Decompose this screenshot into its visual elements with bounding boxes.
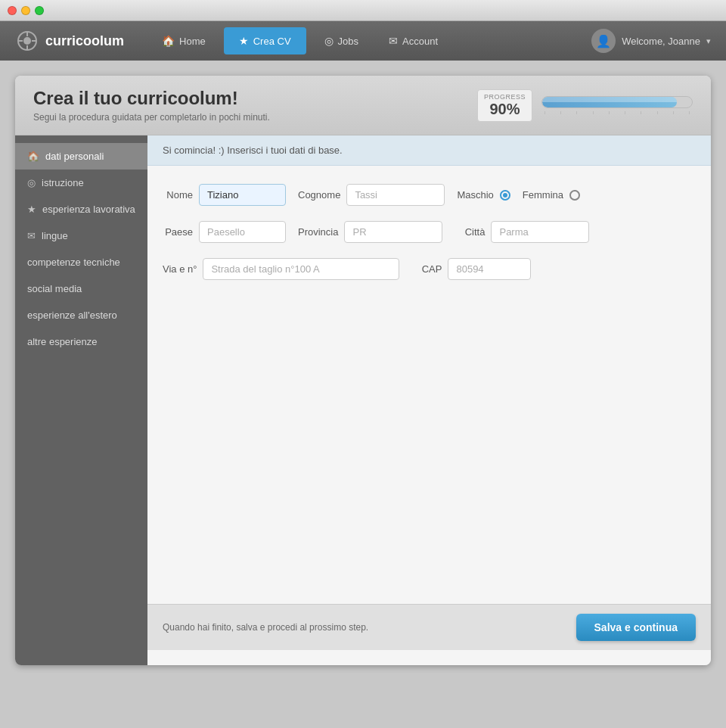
form-intro: Si comincia! :) Inserisci i tuoi dati di… <box>147 135 711 166</box>
star-icon: ★ <box>239 35 249 47</box>
sidebar-esperienza-label: esperienza lavorativa <box>42 204 135 215</box>
brand-icon <box>15 29 39 53</box>
form-group-nome: Nome <box>163 184 286 206</box>
main-wrapper: Crea il tuo curricoolum! Segui la proced… <box>0 61 726 728</box>
sidebar-altre-label: altre esperienze <box>27 336 98 347</box>
sidebar-competenze-label: competenze tecniche <box>27 257 120 268</box>
nav-jobs[interactable]: ◎ Jobs <box>309 21 374 61</box>
sidebar: 🏠 dati personali ◎ istruzione ★ esperien… <box>15 135 147 665</box>
progress-ticks <box>541 110 693 114</box>
sidebar-social-label: social media <box>27 283 82 294</box>
form-area: Si comincia! :) Inserisci i tuoi dati di… <box>147 135 711 665</box>
nav-home[interactable]: 🏠 Home <box>147 21 221 61</box>
istruzione-icon: ◎ <box>27 177 36 188</box>
paese-label: Paese <box>163 226 193 238</box>
via-label: Via e n° <box>163 263 197 275</box>
save-continue-button[interactable]: Salva e continua <box>576 614 696 641</box>
sidebar-item-competenze-tecniche[interactable]: competenze tecniche <box>15 249 147 275</box>
form-footer: Quando hai finito, salva e procedi al pr… <box>147 604 711 650</box>
sidebar-item-esperienze-estero[interactable]: esperienze all'estero <box>15 302 147 328</box>
nome-input[interactable] <box>199 184 286 206</box>
form-group-paese: Paese <box>163 221 286 243</box>
progress-box: PROGRESS 90% <box>477 89 693 122</box>
dropdown-arrow-icon[interactable]: ▾ <box>706 36 711 46</box>
sidebar-item-istruzione[interactable]: ◎ istruzione <box>15 170 147 196</box>
card-title-area: Crea il tuo curricoolum! Segui la proced… <box>33 88 270 123</box>
esperienza-icon: ★ <box>27 204 36 215</box>
nav-home-label: Home <box>179 36 206 47</box>
nav-jobs-label: Jobs <box>338 36 358 47</box>
titlebar <box>0 0 726 21</box>
progress-bar <box>541 96 693 108</box>
form-row-3: Via e n° CAP <box>163 258 696 280</box>
home-sidebar-icon: 🏠 <box>27 151 39 162</box>
femmina-label: Femmina <box>523 189 563 201</box>
form-group-gender: Maschio Femmina <box>457 189 580 201</box>
citta-label: Città <box>455 226 485 238</box>
sidebar-lingue-label: lingue <box>42 230 68 241</box>
welcome-text: Welcome, Joanne <box>622 36 700 47</box>
form-group-via: Via e n° <box>163 258 399 280</box>
brand[interactable]: curricoolum <box>15 29 124 53</box>
brand-name: curricoolum <box>45 33 124 49</box>
sidebar-dati-personali-label: dati personali <box>45 151 104 162</box>
close-button[interactable] <box>8 6 17 15</box>
citta-input[interactable] <box>491 221 589 243</box>
provincia-input[interactable] <box>344 221 442 243</box>
cognome-input[interactable] <box>346 184 445 206</box>
sidebar-estero-label: esperienze all'estero <box>27 310 117 321</box>
sidebar-item-lingue[interactable]: ✉ lingue <box>15 222 147 249</box>
form-row-1: Nome Cognome Maschio <box>163 184 696 206</box>
home-icon: 🏠 <box>162 35 175 47</box>
femmina-radio[interactable] <box>569 190 580 201</box>
form-group-citta: Città <box>455 221 589 243</box>
maschio-radio[interactable] <box>500 190 510 201</box>
nav-crea-cv[interactable]: ★ Crea CV <box>224 27 306 54</box>
lingue-icon: ✉ <box>27 230 36 241</box>
provincia-label: Provincia <box>298 226 338 238</box>
minimize-button[interactable] <box>21 6 30 15</box>
form-content-wrapper: Si comincia! :) Inserisci i tuoi dati di… <box>147 135 711 650</box>
cap-input[interactable] <box>448 258 531 280</box>
nav-crea-cv-label: Crea CV <box>253 36 291 47</box>
card-title: Crea il tuo curricoolum! <box>33 88 270 109</box>
card-header: Crea il tuo curricoolum! Segui la proced… <box>15 76 711 135</box>
sidebar-item-altre-esperienze[interactable]: altre esperienze <box>15 328 147 355</box>
main-card: Crea il tuo curricoolum! Segui la proced… <box>15 76 711 665</box>
maschio-label: Maschio <box>457 189 493 201</box>
sidebar-item-dati-personali[interactable]: 🏠 dati personali <box>15 143 147 170</box>
nav-account-label: Account <box>402 36 438 47</box>
nav-right: 👤 Welcome, Joanne ▾ <box>591 29 711 53</box>
form-group-cognome: Cognome <box>298 184 445 206</box>
mail-icon: ✉ <box>389 35 398 47</box>
cognome-label: Cognome <box>298 189 340 201</box>
progress-label: PROGRESS <box>484 93 526 101</box>
form-top: Si comincia! :) Inserisci i tuoi dati di… <box>147 135 711 313</box>
progress-percent: 90% <box>484 101 526 118</box>
jobs-icon: ◎ <box>324 35 334 47</box>
svg-point-1 <box>23 37 31 45</box>
titlebar-buttons <box>8 6 44 15</box>
progress-label-box: PROGRESS 90% <box>477 89 532 122</box>
via-input[interactable] <box>203 258 399 280</box>
sidebar-istruzione-label: istruzione <box>42 177 84 188</box>
nav-account[interactable]: ✉ Account <box>374 21 453 61</box>
cap-label: CAP <box>411 263 442 275</box>
nav-links: 🏠 Home ★ Crea CV ◎ Jobs ✉ Account <box>147 21 591 61</box>
avatar: 👤 <box>591 29 616 53</box>
form-group-provincia: Provincia <box>298 221 442 243</box>
form-group-cap: CAP <box>411 258 531 280</box>
sidebar-item-esperienza-lavorativa[interactable]: ★ esperienza lavorativa <box>15 196 147 222</box>
form-body: Nome Cognome Maschio <box>147 166 711 313</box>
footer-text: Quando hai finito, salva e procedi al pr… <box>163 622 368 633</box>
maximize-button[interactable] <box>35 6 44 15</box>
progress-bar-fill <box>542 97 677 107</box>
navbar: curricoolum 🏠 Home ★ Crea CV ◎ Jobs ✉ Ac… <box>0 21 726 61</box>
form-row-2: Paese Provincia Città <box>163 221 696 243</box>
card-subtitle: Segui la procedura guidata per completar… <box>33 112 270 123</box>
sidebar-item-social-media[interactable]: social media <box>15 275 147 302</box>
nome-label: Nome <box>163 189 193 201</box>
content-area: 🏠 dati personali ◎ istruzione ★ esperien… <box>15 135 711 665</box>
paese-input[interactable] <box>199 221 286 243</box>
